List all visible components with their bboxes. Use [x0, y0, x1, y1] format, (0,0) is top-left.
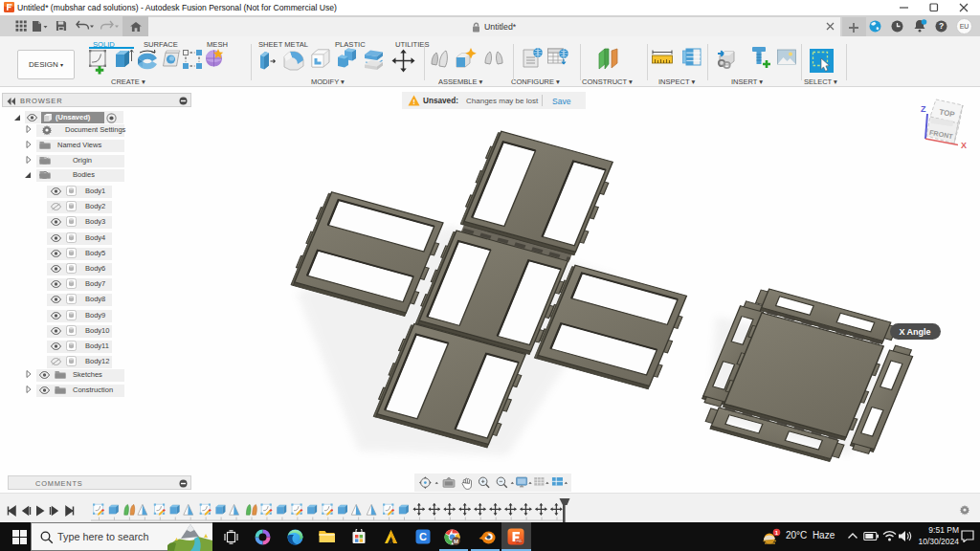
svg-text:P65: P65 [516, 540, 522, 543]
svg-text:M: M [454, 539, 458, 544]
svg-text:?: ? [939, 21, 944, 31]
svg-text:!: ! [412, 98, 415, 106]
svg-text:C: C [419, 531, 427, 542]
svg-text:X: X [961, 141, 967, 150]
svg-text:X Angle: X Angle [899, 327, 930, 337]
svg-text:Z: Z [921, 104, 926, 114]
